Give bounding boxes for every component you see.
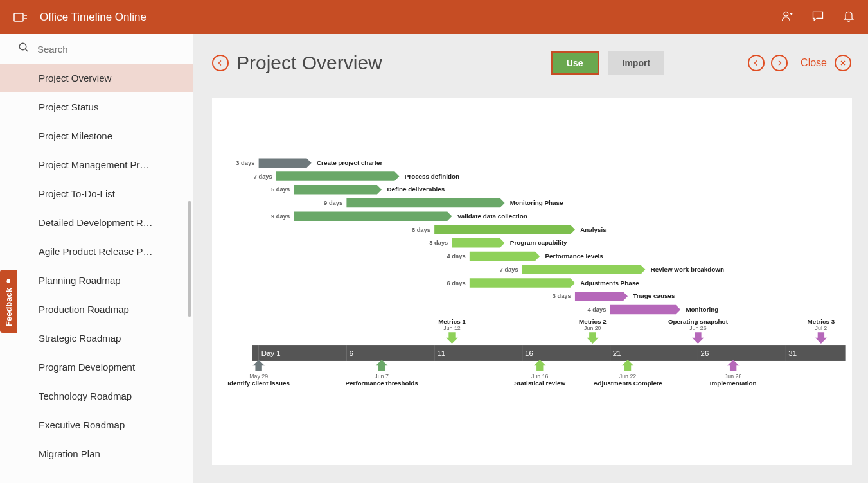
svg-text:Performance thresholds: Performance thresholds	[345, 380, 418, 387]
svg-text:Jun 20: Jun 20	[584, 325, 601, 331]
svg-text:Program capability: Program capability	[510, 239, 567, 246]
svg-text:8 days: 8 days	[412, 227, 430, 233]
template-preview: 3 daysCreate project charter7 daysProces…	[212, 98, 852, 465]
svg-text:Operating snapshot: Operating snapshot	[668, 318, 729, 325]
sidebar-item-8[interactable]: Production Roadmap	[0, 295, 193, 324]
gantt-chart: 3 daysCreate project charter7 daysProces…	[212, 98, 852, 465]
close-label[interactable]: Close	[801, 57, 827, 69]
back-button[interactable]	[212, 55, 229, 71]
svg-text:3 days: 3 days	[429, 240, 448, 246]
main-area: Project Overview Use Import Close 3 days…	[193, 34, 868, 483]
svg-text:4 days: 4 days	[447, 253, 466, 259]
svg-text:Process definition: Process definition	[405, 173, 459, 180]
svg-text:Jun 28: Jun 28	[725, 373, 742, 380]
search-row	[0, 34, 193, 64]
svg-text:3 days: 3 days	[236, 160, 254, 166]
sidebar-list: Project OverviewProject StatusProject Mi…	[0, 64, 193, 483]
svg-text:16: 16	[525, 349, 533, 357]
svg-text:Jun 12: Jun 12	[443, 325, 461, 331]
svg-text:Jun 26: Jun 26	[689, 325, 707, 331]
app-logo-icon	[13, 10, 28, 25]
svg-text:4 days: 4 days	[587, 306, 606, 313]
comment-icon[interactable]	[811, 10, 824, 25]
svg-text:May 29: May 29	[249, 373, 268, 380]
sidebar-item-6[interactable]: Agile Product Release Plan	[0, 237, 193, 266]
lightbulb-icon	[5, 276, 13, 284]
main-header: Project Overview Use Import Close	[212, 34, 855, 92]
svg-rect-34	[252, 345, 845, 361]
svg-text:7 days: 7 days	[254, 173, 272, 180]
next-button[interactable]	[771, 55, 788, 71]
sidebar: Project OverviewProject StatusProject Mi…	[0, 34, 193, 483]
svg-text:6 days: 6 days	[447, 280, 466, 286]
sidebar-item-1[interactable]: Project Status	[0, 92, 193, 121]
svg-text:9 days: 9 days	[324, 200, 342, 206]
svg-text:6: 6	[350, 349, 353, 357]
feedback-tab[interactable]: Feedback	[0, 270, 17, 333]
svg-text:3 days: 3 days	[553, 293, 571, 299]
sidebar-item-0[interactable]: Project Overview	[0, 64, 193, 92]
sidebar-item-10[interactable]: Program Development	[0, 353, 193, 382]
sidebar-item-12[interactable]: Executive Roadmap	[0, 410, 193, 439]
user-add-icon[interactable]	[781, 10, 793, 25]
sidebar-item-13[interactable]: Migration Plan	[0, 439, 193, 468]
svg-text:Jun 22: Jun 22	[619, 373, 637, 380]
sidebar-item-4[interactable]: Project To-Do-List	[0, 179, 193, 208]
search-icon	[18, 42, 30, 56]
bell-icon[interactable]	[842, 10, 855, 25]
svg-rect-0	[14, 13, 23, 21]
svg-text:21: 21	[613, 349, 621, 357]
feedback-label: Feedback	[4, 288, 13, 326]
top-bar: Office Timeline Online	[0, 0, 868, 34]
svg-text:Monitoring Phase: Monitoring Phase	[510, 199, 563, 206]
svg-text:Adjustments Phase: Adjustments Phase	[580, 279, 639, 286]
svg-text:Performance levels: Performance levels	[545, 252, 604, 259]
svg-text:26: 26	[701, 349, 709, 357]
sidebar-item-11[interactable]: Technology Roadmap	[0, 382, 193, 410]
page-title: Project Overview	[236, 52, 382, 74]
sidebar-item-7[interactable]: Planning Roadmap	[0, 266, 193, 295]
svg-text:Metrics 1: Metrics 1	[438, 318, 466, 325]
svg-text:Triage causes: Triage causes	[633, 292, 675, 299]
svg-text:Monitoring: Monitoring	[686, 306, 718, 313]
svg-text:31: 31	[788, 349, 797, 357]
svg-text:Implementation: Implementation	[710, 380, 757, 387]
svg-text:Jul 2: Jul 2	[815, 325, 828, 331]
prev-button[interactable]	[748, 55, 765, 71]
svg-text:Jun 7: Jun 7	[375, 373, 389, 380]
svg-text:Day 1: Day 1	[261, 349, 281, 357]
use-button[interactable]: Use	[551, 51, 599, 75]
svg-point-3	[784, 12, 788, 16]
svg-text:11: 11	[437, 349, 445, 357]
sidebar-item-2[interactable]: Project Milestone	[0, 121, 193, 150]
svg-text:Jun 16: Jun 16	[531, 373, 549, 380]
svg-text:Adjustments Complete: Adjustments Complete	[593, 380, 662, 387]
close-button[interactable]	[835, 55, 851, 71]
svg-text:Define deliverables: Define deliverables	[387, 186, 445, 193]
svg-text:5 days: 5 days	[271, 186, 290, 193]
svg-text:Validate data collection: Validate data collection	[457, 213, 527, 220]
svg-text:Statistical review: Statistical review	[514, 380, 565, 387]
svg-text:Review work breakdown: Review work breakdown	[651, 266, 724, 273]
svg-line-7	[25, 49, 28, 51]
svg-text:7 days: 7 days	[500, 267, 518, 273]
svg-text:9 days: 9 days	[271, 213, 290, 220]
svg-text:Metrics 3: Metrics 3	[808, 318, 835, 325]
app-title: Office Timeline Online	[40, 11, 781, 24]
svg-text:Identify client issues: Identify client issues	[227, 380, 290, 387]
svg-point-6	[19, 43, 26, 50]
sidebar-item-3[interactable]: Project Management Pro…	[0, 150, 193, 179]
sidebar-item-9[interactable]: Strategic Roadmap	[0, 324, 193, 353]
svg-text:Metrics 2: Metrics 2	[579, 318, 607, 325]
svg-text:Create project charter: Create project charter	[317, 159, 382, 166]
sidebar-item-5[interactable]: Detailed Development Ro…	[0, 208, 193, 237]
scrollbar-thumb[interactable]	[188, 201, 191, 317]
search-input[interactable]	[37, 44, 175, 55]
svg-text:Analysis: Analysis	[580, 226, 607, 233]
import-button[interactable]: Import	[608, 51, 665, 75]
